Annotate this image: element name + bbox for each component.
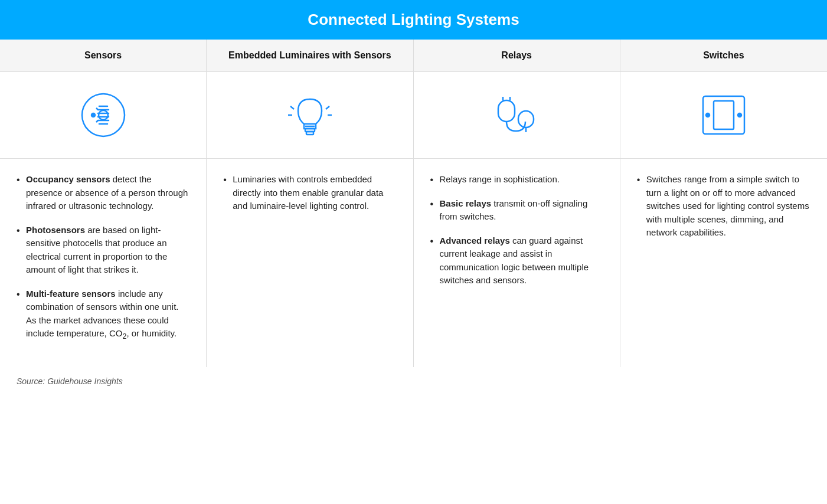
bold-term: Basic relays xyxy=(440,198,492,208)
item-text: Switches range from a simple switch to t… xyxy=(646,174,809,237)
list-item: Switches range from a simple switch to t… xyxy=(637,173,810,240)
list-item: Relays range in sophistication. xyxy=(430,173,603,186)
luminaires-content: Luminaries with controls embedded direct… xyxy=(207,159,413,367)
sensors-list: Occupancy sensors detect the presence or… xyxy=(17,173,189,342)
lightbulb-icon xyxy=(286,89,334,142)
col-header-relays: Relays xyxy=(414,40,620,71)
list-item: Advanced relays can guard against curren… xyxy=(430,234,603,287)
bold-term: Photosensors xyxy=(26,225,85,235)
svg-rect-22 xyxy=(518,111,534,127)
col-header-sensors: Sensors xyxy=(0,40,207,71)
sensor-icon-cell xyxy=(0,72,207,158)
relays-content: Relays range in sophistication. Basic re… xyxy=(414,159,620,367)
column-icons xyxy=(0,72,827,159)
item-text: Luminaries with controls embedded direct… xyxy=(233,174,383,211)
svg-rect-25 xyxy=(714,101,734,129)
list-item: Photosensors are based on light-sensitiv… xyxy=(17,224,189,277)
switches-content: Switches range from a simple switch to t… xyxy=(620,159,827,367)
footer: Source: Guidehouse Insights xyxy=(0,367,827,395)
relays-list: Relays range in sophistication. Basic re… xyxy=(430,173,603,287)
switch-icon-cell xyxy=(620,72,827,158)
svg-point-26 xyxy=(706,113,710,117)
list-item: Basic relays transmit on-off signaling f… xyxy=(430,197,603,224)
list-item: Luminaries with controls embedded direct… xyxy=(223,173,396,213)
bold-term: Multi-feature sensors xyxy=(26,289,116,299)
svg-rect-19 xyxy=(498,100,515,122)
relay-icon xyxy=(490,89,543,142)
columns-content: Occupancy sensors detect the presence or… xyxy=(0,159,827,367)
svg-rect-14 xyxy=(306,132,313,135)
svg-point-27 xyxy=(738,113,741,117)
switches-list: Switches range from a simple switch to t… xyxy=(637,173,810,240)
switch-icon xyxy=(697,91,750,139)
col-header-switches: Switches xyxy=(620,40,827,71)
bold-term: Occupancy sensors xyxy=(26,174,110,184)
svg-point-1 xyxy=(99,110,108,120)
bold-term: Advanced relays xyxy=(440,235,510,246)
list-item: Multi-feature sensors include any combin… xyxy=(17,287,189,342)
list-item: Occupancy sensors detect the presence or… xyxy=(17,173,189,213)
lightbulb-icon-cell xyxy=(207,72,413,158)
column-headers: Sensors Embedded Luminaires with Sensors… xyxy=(0,40,827,72)
page-header: Connected Lighting Systems xyxy=(0,0,827,40)
sensors-content: Occupancy sensors detect the presence or… xyxy=(0,159,207,367)
item-text: Relays range in sophistication. xyxy=(440,174,560,184)
luminaires-list: Luminaries with controls embedded direct… xyxy=(223,173,396,213)
page-title: Connected Lighting Systems xyxy=(12,11,815,29)
svg-point-2 xyxy=(91,113,95,117)
svg-point-0 xyxy=(82,94,125,136)
svg-line-15 xyxy=(290,106,294,109)
source-text: Source: Guidehouse Insights xyxy=(17,377,123,386)
svg-line-17 xyxy=(326,106,329,109)
col-header-luminaires: Embedded Luminaires with Sensors xyxy=(207,40,413,71)
relay-icon-cell xyxy=(414,72,620,158)
sensor-icon xyxy=(77,89,130,142)
